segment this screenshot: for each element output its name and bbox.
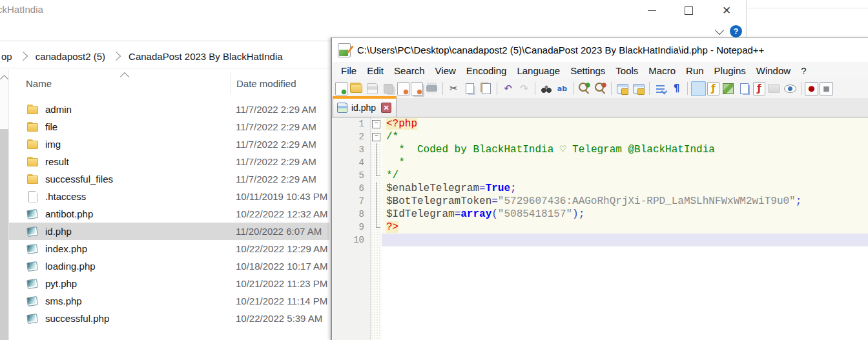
menu-item-run[interactable]: Run	[681, 65, 709, 76]
notepadpp-titlebar[interactable]: C:\Users\PC\Desktop\canadapost2 (5)\Cana…	[332, 38, 868, 62]
code-line[interactable]: 6$enableTelegram=True;	[333, 182, 868, 195]
menu-item-edit[interactable]: Edit	[362, 65, 389, 76]
tab-id-php[interactable]: id.php ✕	[333, 96, 397, 117]
code-text[interactable]: */	[382, 169, 868, 182]
fold-margin[interactable]	[371, 143, 382, 156]
document-list-icon[interactable]	[737, 81, 752, 96]
code-text[interactable]: /*	[382, 130, 868, 143]
new-file-icon[interactable]	[335, 82, 347, 95]
fold-margin[interactable]	[371, 234, 382, 246]
file-row[interactable]: successful_files11/7/2022 2:29 AM	[9, 170, 329, 188]
code-text[interactable]: $enableTelegram=True;	[382, 182, 868, 195]
code-text[interactable]: * Coded by BlackHatIndia ♡ Telegram @Bla…	[382, 143, 868, 156]
sync-horizontal-icon[interactable]	[631, 81, 646, 96]
file-row[interactable]: loading.php10/18/2022 10:17 AM	[9, 257, 329, 275]
redo-icon[interactable]: ↷	[517, 81, 532, 96]
fold-margin[interactable]	[371, 182, 382, 195]
copy-icon[interactable]	[462, 81, 477, 96]
sync-vertical-icon[interactable]	[615, 81, 630, 96]
menu-item-[interactable]: ?	[796, 65, 811, 76]
stop-playback-icon[interactable]: ■	[820, 82, 833, 95]
code-editor[interactable]: 1−<?php2−/*3 * Coded by BlackHatIndia ♡ …	[333, 117, 868, 340]
print-icon[interactable]	[424, 81, 439, 96]
code-line[interactable]: 8$IdTelegram=array("5085418157");	[333, 208, 868, 221]
code-text[interactable]: $IdTelegram=array("5085418157");	[382, 208, 868, 221]
open-icon[interactable]	[349, 81, 364, 96]
code-line[interactable]: 10	[333, 234, 868, 246]
menu-item-settings[interactable]: Settings	[565, 65, 610, 76]
close-icon[interactable]	[397, 82, 409, 95]
monitoring-icon[interactable]	[783, 81, 798, 96]
document-map-icon[interactable]	[721, 81, 736, 96]
fold-margin[interactable]	[371, 221, 382, 234]
menu-item-plugins[interactable]: Plugins	[709, 65, 751, 76]
file-row[interactable]: antibot.php10/22/2022 12:32 AM	[9, 205, 329, 223]
breadcrumb-item[interactable]: op	[0, 51, 14, 62]
fold-collapse-icon[interactable]: −	[372, 120, 380, 128]
close-all-icon[interactable]	[411, 82, 423, 95]
cut-icon[interactable]: ✂	[446, 81, 461, 96]
code-text[interactable]: ?>	[382, 221, 868, 234]
file-row[interactable]: pyt.php10/21/2022 11:23 PM	[9, 275, 329, 292]
file-row[interactable]: file11/7/2022 2:29 AM	[9, 118, 329, 135]
word-wrap-icon[interactable]	[653, 81, 668, 96]
code-line[interactable]: 1−<?php	[333, 117, 868, 130]
file-row[interactable]: index.php10/22/2022 12:29 AM	[9, 240, 329, 257]
menu-item-encoding[interactable]: Encoding	[461, 65, 512, 76]
menu-item-window[interactable]: Window	[751, 65, 796, 76]
code-text[interactable]: <?php	[382, 117, 868, 130]
file-row[interactable]: successful.php10/22/2022 5:39 AM	[9, 310, 329, 327]
breadcrumb-item[interactable]: CanadaPost 2023 By BlackHatIndia	[127, 51, 284, 62]
menu-item-file[interactable]: File	[336, 65, 362, 76]
help-button[interactable]: ?	[730, 25, 742, 37]
function-list-icon[interactable]: ƒ	[707, 82, 719, 95]
fold-collapse-icon[interactable]: −	[372, 133, 380, 141]
breadcrumb-item[interactable]: canadapost2 (5)	[34, 51, 107, 62]
column-header-name[interactable]: Name	[26, 78, 52, 89]
fold-margin[interactable]: −	[371, 117, 382, 130]
menu-item-tools[interactable]: Tools	[610, 65, 643, 76]
function-panel-icon[interactable]: ƒ	[753, 82, 765, 95]
fold-margin[interactable]	[371, 208, 382, 221]
record-macro-icon[interactable]: ●	[805, 82, 818, 95]
folder-workspace-icon[interactable]	[767, 81, 781, 96]
save-icon[interactable]	[365, 81, 380, 96]
file-row[interactable]: img11/7/2022 2:29 AM	[9, 135, 329, 153]
undo-icon[interactable]: ↶	[501, 81, 515, 96]
fold-margin[interactable]	[371, 195, 382, 208]
ribbon-expand-chevron-icon[interactable]	[715, 26, 724, 35]
file-row[interactable]: sms.php10/21/2022 11:14 PM	[9, 292, 329, 310]
find-icon[interactable]	[539, 81, 553, 96]
code-line[interactable]: 5*/	[333, 169, 868, 182]
code-text[interactable]: $BotTelegramToken="5729607436:AAGoRhQrjX…	[382, 195, 868, 208]
fold-margin[interactable]	[371, 169, 382, 182]
file-row[interactable]: id.php11/20/2022 6:07 AM	[9, 223, 329, 240]
replace-icon[interactable]: ab	[555, 81, 570, 96]
code-text[interactable]	[382, 234, 868, 246]
maximize-button[interactable]	[677, 1, 699, 19]
editor-background[interactable]	[382, 246, 868, 340]
zoom-in-icon[interactable]	[577, 81, 592, 96]
code-text[interactable]: *	[382, 156, 868, 169]
code-line[interactable]: 4 *	[333, 156, 868, 169]
menu-item-view[interactable]: View	[430, 65, 461, 76]
file-row[interactable]: .htaccess10/11/2019 10:43 PM	[9, 188, 329, 205]
minimize-button[interactable]	[641, 1, 663, 19]
paste-icon[interactable]	[479, 81, 493, 96]
code-line[interactable]: 3 * Coded by BlackHatIndia ♡ Telegram @B…	[333, 143, 868, 156]
column-header-date-modified[interactable]: Date modified	[236, 78, 296, 89]
fold-margin[interactable]: −	[371, 130, 382, 143]
menu-item-language[interactable]: Language	[512, 65, 565, 76]
code-line[interactable]: 7$BotTelegramToken="5729607436:AAGoRhQrj…	[333, 195, 868, 208]
file-row[interactable]: admin11/7/2022 2:29 AM	[9, 101, 329, 118]
fold-margin[interactable]	[371, 156, 382, 169]
code-line[interactable]: 2−/*	[333, 130, 868, 143]
show-all-characters-icon[interactable]: ¶	[669, 81, 684, 96]
menu-item-macro[interactable]: Macro	[643, 65, 681, 76]
indent-guide-icon[interactable]	[691, 81, 706, 96]
save-all-icon[interactable]	[381, 81, 396, 96]
menu-item-search[interactable]: Search	[389, 65, 430, 76]
column-divider[interactable]	[231, 72, 231, 94]
scrollbar-thumb[interactable]	[0, 129, 8, 340]
file-row[interactable]: result11/7/2022 2:29 AM	[9, 153, 329, 170]
